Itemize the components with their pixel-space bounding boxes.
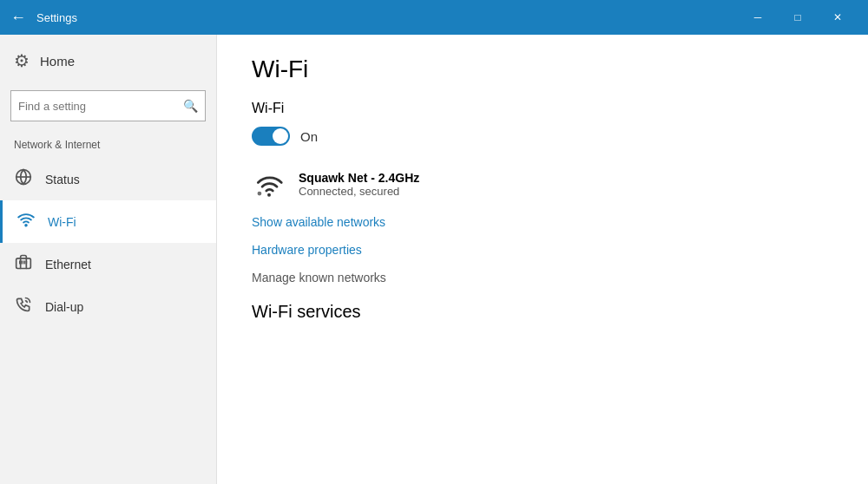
show-networks-link[interactable]: Show available networks: [252, 215, 833, 229]
wifi-nav-icon: [16, 211, 36, 232]
minimize-button[interactable]: ─: [738, 0, 778, 35]
back-button[interactable]: ←: [10, 9, 26, 27]
svg-point-9: [258, 192, 262, 196]
search-icon: 🔍: [183, 99, 198, 113]
window-title: Settings: [36, 11, 738, 24]
close-button[interactable]: ✕: [818, 0, 858, 35]
network-status: Connected, secured: [299, 185, 419, 198]
status-label: Status: [45, 173, 80, 186]
wifi-section-heading: Wi-Fi: [252, 101, 833, 116]
network-wifi-icon: [252, 167, 286, 201]
home-icon: ⚙: [14, 50, 30, 71]
wifi-toggle-label: On: [300, 129, 318, 144]
main-layout: ⚙ Home 🔍 Network & Internet Status: [0, 35, 868, 484]
wifi-label: Wi-Fi: [48, 215, 76, 229]
sidebar-item-dialup[interactable]: Dial-up: [0, 285, 216, 328]
sidebar-section-label: Network & Internet: [0, 135, 216, 158]
dialup-icon: [14, 296, 33, 317]
wifi-toggle-row: On: [252, 127, 833, 146]
home-label: Home: [40, 54, 75, 69]
manage-networks-link[interactable]: Manage known networks: [252, 271, 833, 285]
page-title: Wi-Fi: [252, 56, 833, 83]
sidebar-item-wifi[interactable]: Wi-Fi: [0, 200, 216, 243]
sidebar: ⚙ Home 🔍 Network & Internet Status: [0, 35, 217, 484]
title-bar: ← Settings ─ □ ✕: [0, 0, 868, 35]
search-input[interactable]: [18, 100, 183, 113]
ethernet-label: Ethernet: [45, 258, 91, 271]
svg-point-8: [267, 193, 271, 197]
ethernet-icon: [14, 253, 33, 275]
connected-network-row: Squawk Net - 2.4GHz Connected, secured: [252, 167, 833, 201]
hardware-properties-link[interactable]: Hardware properties: [252, 243, 833, 257]
sidebar-item-home[interactable]: ⚙ Home: [0, 35, 216, 87]
content-area: Wi-Fi Wi-Fi On Squawk Net - 2.4GHz Conne…: [217, 35, 868, 484]
wifi-services-heading: Wi-Fi services: [252, 302, 833, 322]
svg-point-2: [25, 225, 27, 226]
maximize-button[interactable]: □: [778, 0, 818, 35]
sidebar-item-ethernet[interactable]: Ethernet: [0, 243, 216, 285]
network-info: Squawk Net - 2.4GHz Connected, secured: [299, 171, 419, 198]
window-controls: ─ □ ✕: [738, 0, 858, 35]
sidebar-item-status[interactable]: Status: [0, 158, 216, 200]
search-box[interactable]: 🔍: [10, 90, 206, 121]
dialup-label: Dial-up: [45, 300, 83, 314]
network-name: Squawk Net - 2.4GHz: [299, 171, 419, 185]
status-icon: [14, 168, 33, 190]
wifi-toggle[interactable]: [252, 127, 290, 146]
